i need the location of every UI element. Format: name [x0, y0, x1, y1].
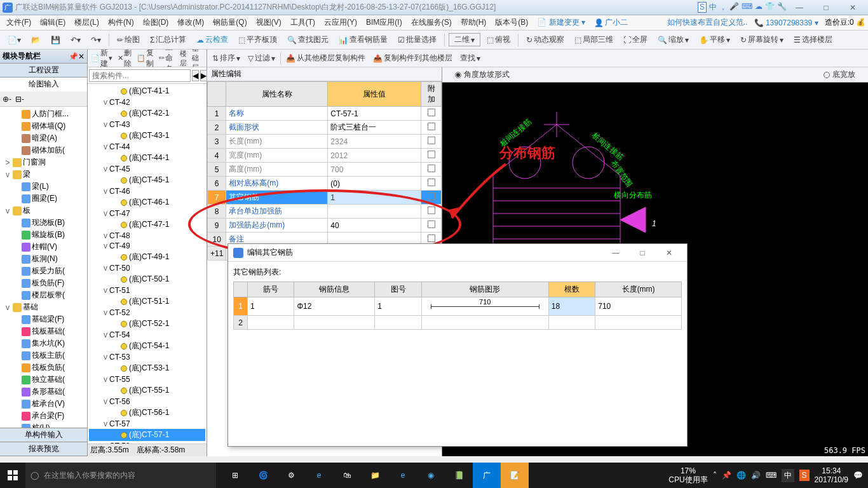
rebar-table[interactable]: 筋号 钢筋信息 图号 钢筋图形 根数 长度(mm) 1 1 Φ12 1 710 … [233, 281, 682, 330]
tb-browser[interactable]: ◉ [417, 463, 445, 488]
tray-clock[interactable]: 15:342017/10/9 [815, 466, 848, 485]
nav-tree-item[interactable]: 集水坑(K) [1, 337, 86, 349]
menu-version[interactable]: 版本号(B) [491, 16, 532, 29]
member-tree-item[interactable]: vCT-47 [89, 208, 205, 219]
nav-tree-item[interactable]: 筏板负筋( [1, 362, 86, 374]
menu-view[interactable]: 视图(V) [252, 16, 285, 29]
tb-fullscreen[interactable]: ⛶ 全屏 [620, 32, 651, 47]
cpu-meter[interactable]: 17%CPU使用率 [668, 466, 707, 485]
menu-modify[interactable]: 修改(M) [173, 16, 208, 29]
property-table[interactable]: 属性名称 属性值 附加 1名称CT-57-12截面形状阶式三桩台一3长度(mm)… [207, 81, 442, 261]
tray-sogou-icon[interactable]: S [799, 470, 810, 481]
nav-tree-item[interactable]: 条形基础( [1, 386, 86, 398]
ct-copy-to[interactable]: 📤 复制构件到其他楼层 [370, 51, 455, 65]
property-row[interactable]: 7其它钢筋1 [208, 191, 442, 205]
rebar-row[interactable]: 2 [234, 316, 682, 330]
tb-ie[interactable]: e [389, 463, 417, 488]
nav-tree-item[interactable]: >门窗洞 [1, 156, 86, 168]
tb-app4[interactable]: 广 [473, 463, 501, 488]
tb-app5[interactable]: 📝 [501, 463, 529, 488]
property-row[interactable]: 6相对底标高(m)(0) [208, 177, 442, 191]
close-button[interactable]: ✕ [840, 1, 865, 14]
tb-find-elem[interactable]: 🔍 查找图元 [283, 32, 332, 47]
nav-tree-item[interactable]: v梁 [1, 168, 86, 180]
nav-tree-item[interactable]: 独立基础( [1, 374, 86, 386]
minimize-button[interactable]: — [787, 1, 812, 14]
tb-sum[interactable]: Σ 汇总计算 [146, 32, 190, 47]
tray-up-icon[interactable]: ˄ [713, 471, 717, 480]
member-tree-item[interactable]: vCT-50 [89, 263, 205, 273]
member-tree-item[interactable]: (底)CT-49-1 [89, 251, 205, 263]
member-tree-item[interactable]: vCT-42 [89, 97, 205, 107]
nav-tree-item[interactable]: 筏板主筋( [1, 349, 86, 362]
tb-new[interactable]: 📄▾ [4, 34, 25, 46]
task-view-icon[interactable]: ⊞ [221, 463, 249, 488]
dialog-minimize[interactable]: — [603, 245, 628, 261]
member-tree-item[interactable]: vCT-45 [89, 164, 205, 174]
tb-view-rebar[interactable]: 📊 查看钢筋量 [335, 32, 391, 47]
tb-explorer[interactable]: 📁 [361, 463, 389, 488]
member-tree-item[interactable]: (底)CT-54-1 [89, 340, 205, 352]
nav-tree[interactable]: 人防门框...砌体墙(Q)暗梁(A)砌体加筋(>门窗洞v梁梁(L)圈梁(E)v板… [0, 107, 87, 428]
menu-tool[interactable]: 工具(T) [287, 16, 319, 29]
nav-tree-item[interactable]: 板洞(N) [1, 253, 86, 265]
menu-cloud[interactable]: 云应用(Y) [320, 16, 361, 29]
member-tree-item[interactable]: (底)CT-57-1 [89, 429, 205, 441]
member-tree-item[interactable]: (底)CT-53-1 [89, 362, 205, 374]
nav-tree-item[interactable]: 桩承台(V) [1, 398, 86, 410]
nav-tool-expand[interactable]: ⊕- [3, 95, 11, 104]
member-tree-item[interactable]: vCT-56 [89, 396, 205, 407]
phone[interactable]: 📞 13907298339 ▾ [754, 18, 818, 27]
tb-pan[interactable]: ✋ 平移 ▾ [695, 32, 734, 47]
property-row[interactable]: 5高度(mm)700 [208, 163, 442, 177]
tb-app2[interactable]: ⚙ [277, 463, 305, 488]
nav-tree-item[interactable]: 承台梁(F) [1, 410, 86, 422]
nav-tree-item[interactable]: 筏板基础( [1, 325, 86, 337]
nav-tree-item[interactable]: 螺旋板(B) [1, 229, 86, 241]
member-tree-item[interactable]: (底)CT-52-1 [89, 318, 205, 330]
tb-store[interactable]: 🛍 [333, 463, 361, 488]
nav-close-icon[interactable]: ✕ [78, 52, 85, 61]
tb-undo[interactable]: ↶▾ [67, 34, 85, 46]
tb-draw[interactable]: ✏ 绘图 [113, 32, 144, 47]
tb-app3[interactable]: 📗 [445, 463, 473, 488]
nav-tree-item[interactable]: 板负筋(F) [1, 277, 86, 289]
property-row[interactable]: 2截面形状阶式三桩台一 [208, 121, 442, 135]
member-tree-item[interactable]: vCT-51 [89, 285, 205, 295]
nav-tree-item[interactable]: 圈梁(E) [1, 193, 86, 205]
ct-copy-from[interactable]: 📥 从其他楼层复制构件 [283, 51, 368, 65]
tb-redo[interactable]: ↷▾ [87, 34, 105, 46]
member-tree-item[interactable]: (底)CT-44-1 [89, 152, 205, 164]
mt-copy[interactable]: 📋复制 [135, 50, 156, 67]
member-tree-item[interactable]: vCT-46 [89, 186, 205, 196]
nav-tab-report[interactable]: 报表预览 [0, 442, 87, 456]
maximize-button[interactable]: □ [813, 1, 839, 14]
nav-tree-item[interactable]: 砌体加筋( [1, 144, 86, 156]
tb-topview[interactable]: ⬚ 俯视 [483, 32, 514, 47]
nav-pin-icon[interactable]: 📌 [69, 52, 78, 61]
member-tree-item[interactable]: (底)CT-41-1 [89, 85, 205, 97]
tray-kb-icon[interactable]: ⌨ [766, 471, 776, 480]
tb-cloud-check[interactable]: ☁ 云检查 [193, 32, 232, 47]
member-tree-item[interactable]: (底)CT-42-1 [89, 107, 205, 119]
radio-bottom-width[interactable]: 底宽放 [824, 69, 855, 80]
tb-save[interactable]: 💾 [47, 34, 64, 46]
member-tree-item[interactable]: (底)CT-50-1 [89, 273, 205, 285]
nav-tab-single[interactable]: 单构件输入 [0, 428, 87, 442]
nav-tree-item[interactable]: 暗梁(A) [1, 132, 86, 144]
tb-zoom[interactable]: 🔍 缩放 ▾ [654, 32, 693, 47]
member-tree-item[interactable]: (底)CT-43-1 [89, 130, 205, 142]
mt-rename[interactable]: ✏重命名 [157, 50, 177, 67]
member-tree-item[interactable]: vCT-48 [89, 231, 205, 241]
tb-select-floor[interactable]: ☰ 选择楼层 [790, 32, 836, 47]
tray-ime[interactable]: 中 [782, 469, 794, 482]
member-tree-item[interactable]: vCT-49 [89, 241, 205, 251]
mt-new[interactable]: 📄新建▾ [89, 50, 114, 67]
nav-tool-collapse[interactable]: ⊟- [15, 95, 24, 104]
nav-tree-item[interactable]: 桩(U) [1, 422, 86, 428]
tb-2d[interactable]: 二维 ▾ [449, 33, 480, 46]
member-tree-item[interactable]: (底)CT-46-1 [89, 196, 205, 208]
menu-rebar[interactable]: 钢筋量(Q) [209, 16, 250, 29]
member-tree-item[interactable]: vCT-53 [89, 352, 205, 362]
tray-pin-icon[interactable]: 📌 [722, 471, 731, 480]
